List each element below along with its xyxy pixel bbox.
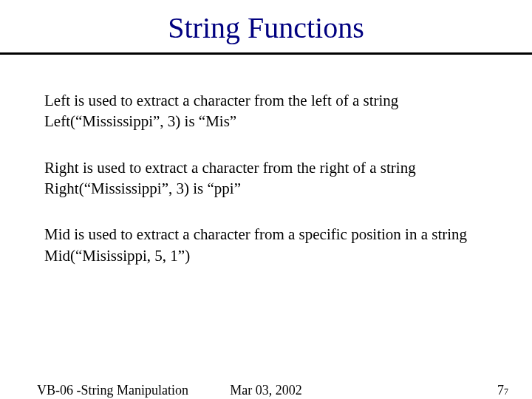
block-mid: Mid is used to extract a character from …	[44, 224, 488, 266]
block-right: Right is used to extract a character fro…	[44, 157, 488, 200]
block-left-line2: Left(“Mississippi”, 3) is “Mis”	[44, 111, 488, 132]
page-main: 7	[497, 383, 504, 398]
block-mid-line2: Mid(“Misissippi, 5, 1”)	[44, 245, 488, 266]
slide-title: String Functions	[0, 0, 532, 52]
slide: String Functions Left is used to extract…	[0, 0, 532, 399]
slide-body: Left is used to extract a character from…	[0, 55, 532, 266]
block-left-line1: Left is used to extract a character from…	[44, 90, 488, 111]
block-right-line2: Right(“Mississippi”, 3) is “ppi”	[44, 178, 488, 199]
block-right-line1: Right is used to extract a character fro…	[44, 157, 488, 178]
block-left: Left is used to extract a character from…	[44, 90, 488, 132]
footer-page: 77	[497, 383, 508, 398]
footer-date: Mar 03, 2002	[0, 383, 532, 398]
page-sub: 7	[504, 386, 508, 397]
block-mid-line1: Mid is used to extract a character from …	[44, 224, 488, 245]
